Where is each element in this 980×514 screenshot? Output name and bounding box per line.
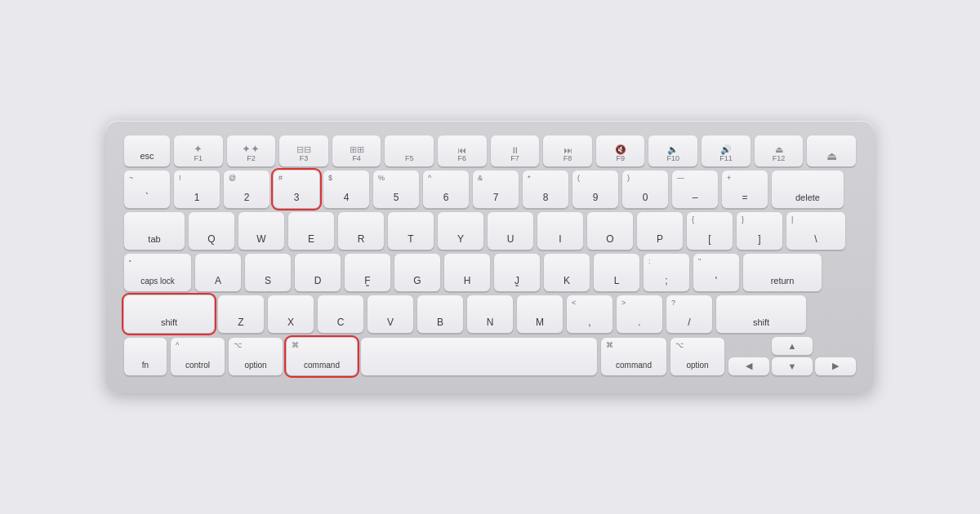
key-8[interactable]: * 8 (523, 171, 568, 208)
key-f[interactable]: F (345, 254, 390, 291)
key-h[interactable]: H (444, 254, 490, 291)
key-e[interactable]: E (288, 212, 334, 250)
key-5[interactable]: % 5 (373, 171, 419, 208)
keyboard: esc ✦ F1 ✦✦ F2 ⊟⊟ F3 ⊞⊞ F4 F5 ⏮ F6 (106, 121, 874, 393)
key-option-left[interactable]: ⌥ option (229, 338, 283, 375)
key-command-left[interactable]: ⌘ command (287, 338, 357, 375)
key-control[interactable]: ^ control (171, 338, 225, 375)
key-semicolon[interactable]: : ; (644, 254, 689, 291)
number-row: ~ ` ! 1 @ 2 # 3 $ 4 % 5 ^ 6 & 7 (124, 171, 856, 208)
key-fn[interactable]: fn (124, 338, 167, 375)
key-m[interactable]: M (517, 295, 563, 333)
key-capslock[interactable]: • caps lock (124, 254, 191, 291)
key-u[interactable]: U (488, 212, 533, 250)
key-b[interactable]: B (417, 295, 463, 333)
bottom-row: fn ^ control ⌥ option ⌘ command ⌘ comman… (124, 337, 856, 375)
key-period[interactable]: > . (617, 295, 662, 333)
key-eject[interactable]: ⏏ (807, 135, 856, 166)
key-k[interactable]: K (544, 254, 590, 291)
key-option-right[interactable]: ⌥ option (670, 338, 724, 375)
key-r[interactable]: R (338, 212, 384, 250)
key-g[interactable]: G (394, 254, 440, 291)
key-j[interactable]: J (494, 254, 540, 291)
key-7[interactable]: & 7 (473, 171, 519, 208)
key-f5[interactable]: F5 (385, 135, 434, 166)
key-d[interactable]: D (295, 254, 341, 291)
key-v[interactable]: V (368, 295, 413, 333)
key-c[interactable]: C (318, 295, 363, 333)
key-tab[interactable]: tab (124, 212, 185, 250)
key-1[interactable]: ! 1 (174, 171, 220, 208)
key-3[interactable]: # 3 (274, 171, 319, 208)
key-n[interactable]: N (467, 295, 513, 333)
key-spacebar[interactable] (361, 338, 597, 375)
asdf-row: • caps lock A S D F G H J K L : ; " ' re… (124, 254, 856, 291)
key-i[interactable]: I (537, 212, 583, 250)
fn-row: esc ✦ F1 ✦✦ F2 ⊟⊟ F3 ⊞⊞ F4 F5 ⏮ F6 (124, 135, 856, 166)
key-f11[interactable]: 🔊 F11 (702, 135, 751, 166)
key-t[interactable]: T (388, 212, 434, 250)
key-2[interactable]: @ 2 (224, 171, 270, 208)
key-4[interactable]: $ 4 (323, 171, 369, 208)
key-lbracket[interactable]: { [ (687, 212, 733, 250)
key-y[interactable]: Y (438, 212, 483, 250)
key-s[interactable]: S (245, 254, 291, 291)
key-minus[interactable]: — – (672, 171, 718, 208)
key-9[interactable]: ( 9 (572, 171, 618, 208)
zxcv-row: shift Z X C V B N M < , > . ? / shift (124, 295, 856, 333)
key-arrow-left[interactable]: ◀ (728, 357, 769, 375)
key-p[interactable]: P (637, 212, 683, 250)
key-o[interactable]: O (587, 212, 633, 250)
key-f12[interactable]: ⏏ F12 (755, 135, 804, 166)
key-f3[interactable]: ⊟⊟ F3 (279, 135, 328, 166)
key-rbracket[interactable]: } ] (737, 212, 782, 250)
key-quote[interactable]: " ' (693, 254, 739, 291)
key-comma[interactable]: < , (567, 295, 612, 333)
key-f6[interactable]: ⏮ F6 (438, 135, 487, 166)
key-f4[interactable]: ⊞⊞ F4 (332, 135, 381, 166)
key-a[interactable]: A (195, 254, 241, 291)
qwerty-row: tab Q W E R T Y U I O P { [ } ] | \ (124, 212, 856, 250)
key-f8[interactable]: ⏭ F8 (543, 135, 592, 166)
key-shift-left[interactable]: shift (124, 295, 214, 333)
arrow-keys: ▲ ◀ ▼ ▶ (728, 337, 856, 375)
key-l[interactable]: L (594, 254, 639, 291)
key-f2[interactable]: ✦✦ F2 (227, 135, 276, 166)
key-f1[interactable]: ✦ F1 (174, 135, 223, 166)
key-arrow-down[interactable]: ▼ (772, 357, 813, 375)
key-arrow-right[interactable]: ▶ (815, 357, 856, 375)
key-x[interactable]: X (268, 295, 314, 333)
key-delete[interactable]: delete (772, 171, 844, 208)
key-shift-right[interactable]: shift (716, 295, 806, 333)
key-f9[interactable]: 🔇 F9 (596, 135, 645, 166)
key-w[interactable]: W (238, 212, 284, 250)
key-6[interactable]: ^ 6 (423, 171, 469, 208)
key-slash[interactable]: ? / (666, 295, 712, 333)
key-esc[interactable]: esc (124, 135, 170, 166)
key-backtick[interactable]: ~ ` (124, 171, 170, 208)
key-arrow-up[interactable]: ▲ (772, 337, 813, 355)
key-f7[interactable]: ⏸ F7 (491, 135, 540, 166)
key-return[interactable]: return (743, 254, 822, 291)
key-command-right[interactable]: ⌘ command (601, 338, 666, 375)
key-equals[interactable]: + = (722, 171, 768, 208)
key-q[interactable]: Q (189, 212, 234, 250)
key-f10[interactable]: 🔈 F10 (648, 135, 697, 166)
key-0[interactable]: ) 0 (622, 171, 668, 208)
key-z[interactable]: Z (218, 295, 264, 333)
key-backslash[interactable]: | \ (786, 212, 845, 250)
